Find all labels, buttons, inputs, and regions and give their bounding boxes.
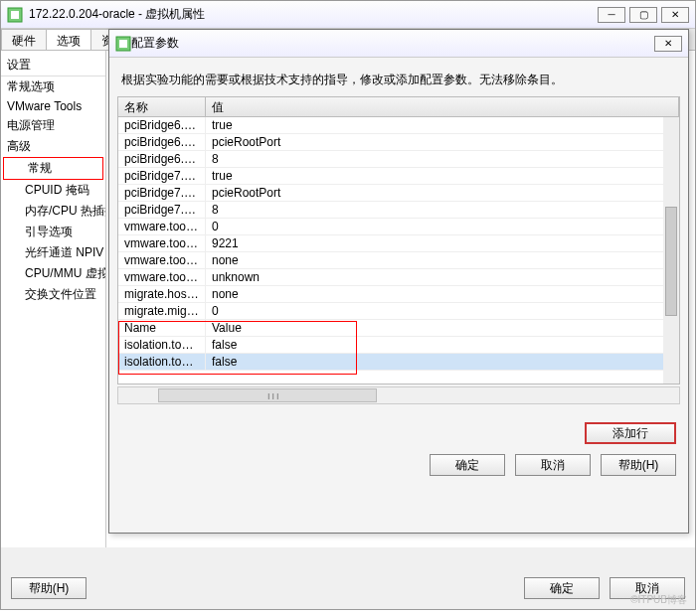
table-row[interactable]: vmware.tools....0 <box>118 219 679 235</box>
dialog-cancel-button[interactable]: 取消 <box>515 454 591 476</box>
cell-name[interactable]: vmware.tools.... <box>118 252 206 268</box>
sidebar-item[interactable]: 常规 <box>3 157 103 180</box>
dialog-title-bar: 配置参数 ✕ <box>109 30 688 58</box>
cell-value[interactable]: pcieRootPort <box>206 134 679 150</box>
cell-value[interactable]: none <box>206 252 679 268</box>
cell-name[interactable]: pciBridge6.pr... <box>118 117 206 133</box>
sidebar-item[interactable]: 交换文件位置 <box>1 284 105 305</box>
sidebar-item[interactable]: 常规选项 <box>1 77 105 97</box>
table-row[interactable]: vmware.tools....unknown <box>118 269 679 286</box>
table-row[interactable]: migrate.migra...0 <box>118 303 679 320</box>
sidebar-item[interactable]: 电源管理 <box>1 115 105 136</box>
scroll-thumb[interactable] <box>665 207 677 316</box>
cell-value[interactable]: 0 <box>206 219 679 234</box>
table-row[interactable]: pciBridge7.vir...pcieRootPort <box>118 185 679 202</box>
sidebar-item[interactable]: CPU/MMU 虚拟化 <box>1 263 105 284</box>
table-row[interactable]: isolation.tools...false <box>118 337 679 354</box>
horizontal-scrollbar[interactable]: III <box>117 386 680 404</box>
outer-footer: 帮助(H) 确定 取消 <box>11 577 685 599</box>
cell-name[interactable]: pciBridge7.fu... <box>118 202 206 218</box>
cell-name[interactable]: pciBridge6.vir... <box>118 134 206 150</box>
cell-name[interactable]: Name <box>118 320 206 336</box>
outer-title-bar: 172.22.0.204-oracle - 虚拟机属性 ─ ▢ ✕ <box>1 1 695 29</box>
table-row[interactable]: vmware.tools....none <box>118 252 679 269</box>
maximize-button[interactable]: ▢ <box>629 7 657 23</box>
vm-icon <box>115 36 131 52</box>
svg-rect-3 <box>119 40 127 48</box>
cell-name[interactable]: migrate.host... <box>118 286 206 302</box>
cell-name[interactable]: pciBridge7.pr... <box>118 168 206 184</box>
cell-value[interactable]: false <box>206 337 679 353</box>
table-row[interactable]: vmware.tools....9221 <box>118 235 679 252</box>
hscroll-thumb[interactable]: III <box>158 388 377 402</box>
watermark: ©ITPUB博客 <box>630 593 687 607</box>
table-row[interactable]: migrate.host...none <box>118 286 679 303</box>
cell-value[interactable]: 8 <box>206 202 679 218</box>
close-button[interactable]: ✕ <box>661 7 689 23</box>
footer-ok-button[interactable]: 确定 <box>524 577 600 599</box>
add-row-button[interactable]: 添加行 <box>585 422 676 444</box>
tab-options[interactable]: 选项 <box>46 29 91 50</box>
dialog-help-button[interactable]: 帮助(H) <box>601 454 676 476</box>
sidebar-header: 设置 <box>1 55 105 77</box>
cell-name[interactable]: isolation.tools... <box>118 337 206 353</box>
cell-name[interactable]: pciBridge6.fu... <box>118 151 206 167</box>
cell-value[interactable]: false <box>206 354 679 370</box>
svg-rect-1 <box>11 11 19 19</box>
tab-hardware[interactable]: 硬件 <box>1 29 47 50</box>
cell-name[interactable]: isolation.tools... <box>118 354 206 370</box>
sidebar-item[interactable]: VMware Tools <box>1 97 105 115</box>
dialog-close-button[interactable]: ✕ <box>654 36 682 52</box>
params-table: 名称 值 pciBridge6.pr...truepciBridge6.vir.… <box>117 96 680 384</box>
sidebar-item[interactable]: 内存/CPU 热插拔 <box>1 201 105 222</box>
cell-value[interactable]: 0 <box>206 303 679 319</box>
table-row[interactable]: pciBridge6.pr...true <box>118 117 679 134</box>
config-params-dialog: 配置参数 ✕ 根据实验功能的需要或根据技术支持的指导，修改或添加配置参数。无法移… <box>108 29 689 534</box>
table-row[interactable]: pciBridge6.fu...8 <box>118 151 679 168</box>
cell-value[interactable]: Value <box>206 320 679 336</box>
footer-help-button[interactable]: 帮助(H) <box>11 577 87 599</box>
dialog-ok-button[interactable]: 确定 <box>430 454 505 476</box>
dialog-title: 配置参数 <box>131 35 179 52</box>
col-header-value[interactable]: 值 <box>206 97 679 116</box>
sidebar-item[interactable]: 光纤通道 NPIV <box>1 242 105 263</box>
dialog-instruction: 根据实验功能的需要或根据技术支持的指导，修改或添加配置参数。无法移除条目。 <box>109 58 688 96</box>
cell-value[interactable]: 8 <box>206 151 679 167</box>
vm-properties-window: 172.22.0.204-oracle - 虚拟机属性 ─ ▢ ✕ 硬件 选项 … <box>0 0 696 610</box>
sidebar-item[interactable]: 引导选项 <box>1 222 105 242</box>
cell-name[interactable]: vmware.tools.... <box>118 219 206 234</box>
cell-value[interactable]: pcieRootPort <box>206 185 679 201</box>
cell-name[interactable]: migrate.migra... <box>118 303 206 319</box>
cell-value[interactable]: 9221 <box>206 235 679 251</box>
cell-value[interactable]: true <box>206 117 679 133</box>
table-row[interactable]: pciBridge7.fu...8 <box>118 202 679 219</box>
table-row[interactable]: pciBridge6.vir...pcieRootPort <box>118 134 679 151</box>
settings-sidebar: 设置 常规选项VMware Tools电源管理高级常规CPUID 掩码内存/CP… <box>1 51 106 547</box>
sidebar-item[interactable]: CPUID 掩码 <box>1 180 105 201</box>
cell-value[interactable]: true <box>206 168 679 184</box>
cell-name[interactable]: vmware.tools.... <box>118 235 206 251</box>
vertical-scrollbar[interactable] <box>663 117 679 384</box>
cell-value[interactable]: unknown <box>206 269 679 285</box>
cell-name[interactable]: vmware.tools.... <box>118 269 206 285</box>
table-row[interactable]: pciBridge7.pr...true <box>118 168 679 185</box>
col-header-name[interactable]: 名称 <box>118 97 206 116</box>
sidebar-item[interactable]: 高级 <box>1 136 105 157</box>
cell-value[interactable]: none <box>206 286 679 302</box>
minimize-button[interactable]: ─ <box>598 7 625 23</box>
table-row[interactable]: isolation.tools...false <box>118 354 679 371</box>
outer-window-title: 172.22.0.204-oracle - 虚拟机属性 <box>29 6 205 23</box>
vm-icon <box>7 7 23 23</box>
table-row[interactable]: NameValue <box>118 320 679 337</box>
cell-name[interactable]: pciBridge7.vir... <box>118 185 206 201</box>
